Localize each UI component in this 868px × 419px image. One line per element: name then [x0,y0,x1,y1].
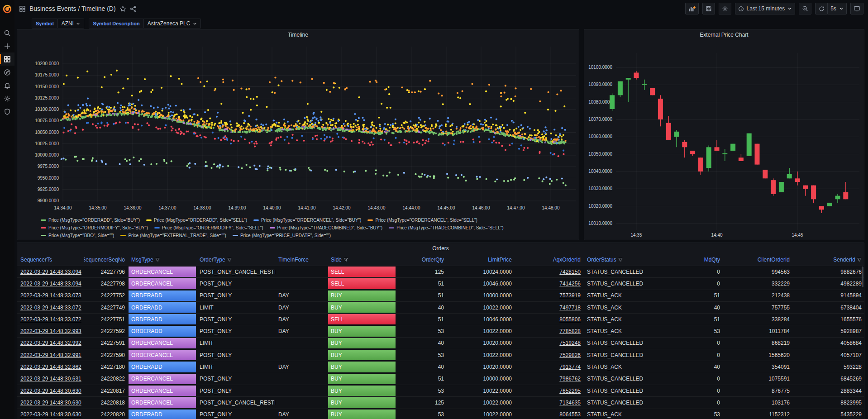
aqxorderid-link[interactable]: 8064553 [559,411,581,418]
sequencerts-link[interactable]: 2022-03-29 14:48:33.094 [20,269,81,275]
column-header-msgtype[interactable]: MsgType [128,254,196,266]
column-header-sequencerseqno[interactable]: SequencerSeqNo [84,254,128,266]
y-axis-label: 10010.0000 [588,221,612,226]
x-axis-label: 14:43:00 [368,205,386,210]
aqxorderid-link[interactable]: 7497718 [559,305,581,311]
sidebar-item-configuration[interactable] [0,92,14,105]
filter-icon[interactable] [343,257,348,262]
cell-clientorderid: 876775 [723,385,793,396]
aqxorderid-link[interactable]: 7134635 [559,400,581,406]
symbol-description-dropdown[interactable]: AstraZeneca PLC [144,19,201,29]
aqxorderid-link[interactable]: 7414256 [559,281,581,287]
timeline-legend: Price (MsgType="ORDERADD", Side="BUY")Pr… [17,216,579,239]
dashboard-settings-button[interactable] [719,3,731,14]
sequencerts-link[interactable]: 2022-03-29 14:48:32.993 [20,328,81,334]
column-header-senderid[interactable]: SenderId [793,254,865,266]
legend-item-bbo[interactable]: Price (MsgType="BBO", Side="") [41,232,114,239]
panel-title-orders[interactable]: Orders [17,243,864,254]
zoom-out-button[interactable] [799,3,811,14]
y-axis-label: 10030.0000 [588,186,612,191]
legend-item-price-update[interactable]: Price (MsgType="PRICE_UPDATE", Side="") [233,232,331,239]
sidebar-item-create[interactable] [0,39,14,52]
time-range-picker[interactable]: Last 15 minutes [735,3,796,14]
msgtype-badge: ORDERCANCEL [129,278,196,289]
grafana-logo-icon[interactable] [0,0,14,18]
legend-item-tradecombined-sell[interactable]: Price (MsgType="TRADECOMBINED", Side="SE… [389,224,504,231]
sidebar-item-search[interactable] [0,26,14,39]
sequencerts-link[interactable]: 2022-03-29 14:48:33.072 [20,305,81,311]
dashboard-grid-icon[interactable] [19,5,26,12]
legend-item-tradecombined-buy[interactable]: Price (MsgType="TRADECOMBINED", Side="BU… [270,224,383,231]
filter-icon[interactable] [618,257,623,262]
legend-item-orderadd-buy[interactable]: Price (MsgType="ORDERADD", Side="BUY") [41,217,140,224]
panel-title-external-price-chart[interactable]: External Price Chart [584,29,864,40]
sequencerts-link[interactable]: 2022-03-29 14:48:30.630 [20,411,81,418]
candlestick-chart[interactable]: 10100.000010090.000010080.000010070.0000… [584,40,864,239]
sidebar-item-server-admin[interactable] [0,105,14,118]
star-icon[interactable] [119,5,126,12]
cell-orderstatus: STATUS_CANCELLED [584,397,660,408]
aqxorderid-link[interactable]: 7519248 [559,340,581,346]
add-panel-button[interactable] [685,3,699,14]
cell-sequencerts: 2022-03-29 14:48:30.630 [17,385,84,396]
legend-item-external-trade[interactable]: Price (MsgType="EXTERNAL_TRADE", Side=""… [120,232,226,239]
aqxorderid-link[interactable]: 7428150 [559,269,581,275]
sequencerts-link[interactable]: 2022-03-29 14:48:33.073 [20,292,81,299]
filter-icon[interactable] [227,257,232,262]
sidebar-item-alerting[interactable] [0,79,14,92]
sequencerts-link[interactable]: 2022-03-29 14:48:33.094 [20,281,81,287]
sequencerts-link[interactable]: 2022-03-29 14:48:33.072 [20,316,81,323]
msgtype-badge: ORDERCANCEL [129,397,196,408]
table-scrollbar[interactable] [862,267,863,287]
sequencerts-link[interactable]: 2022-03-29 14:48:30.630 [20,388,81,394]
aqxorderid-link[interactable]: 7652295 [559,388,581,394]
column-header-sequencerts[interactable]: SequencerTs [17,254,84,266]
column-header-orderstatus[interactable]: OrderStatus [584,254,660,266]
legend-label: Price (MsgType="ORDERADD", Side="BUY") [48,218,140,223]
column-header-ordertype[interactable]: OrderType [196,254,275,266]
legend-item-ordermodify-sell[interactable]: Price (MsgType="ORDERMODIFY", Side="SELL… [154,224,263,231]
sequencerts-link[interactable]: 2022-03-29 14:48:30.631 [20,376,81,382]
refresh-button[interactable] [815,3,828,14]
table-row: 2022-03-29 14:48:30.63124220822ORDERCANC… [17,373,864,385]
column-header-limitprice[interactable]: LimitPrice [447,254,515,266]
legend-item-ordermodify-buy[interactable]: Price (MsgType="ORDERMODIFY", Side="BUY"… [41,224,148,231]
aqxorderid-link[interactable]: 7529826 [559,352,581,358]
legend-item-orderadd-sell[interactable]: Price (MsgType="ORDERADD", Side="SELL") [146,217,247,224]
dashboard-title[interactable]: Business Events / Timeline (D) [29,5,116,12]
column-header-side[interactable]: Side [328,254,396,266]
cell-ordertype: LIMIT [196,361,275,372]
column-header-mdqty[interactable]: MdQty [660,254,723,266]
timeline-scatter-chart[interactable]: 10200.000010175.000010150.000010125.0000… [17,40,579,214]
column-header-clientorderid[interactable]: ClientOrderId [723,254,793,266]
column-header-timeinforce[interactable]: TimeInForce [275,254,328,266]
refresh-interval-dropdown[interactable]: 5s [828,3,847,14]
sequencerts-link[interactable]: 2022-03-29 14:48:32.991 [20,352,81,358]
sidebar-item-explore[interactable] [0,66,14,79]
chevron-down-icon [76,22,80,26]
aqxorderid-link[interactable]: 7785828 [559,328,581,334]
aqxorderid-link[interactable]: 7913774 [559,364,581,370]
panel-title-timeline[interactable]: Timeline [17,29,579,40]
sequencerts-link[interactable]: 2022-03-29 14:48:32.862 [20,364,81,370]
symbol-dropdown[interactable]: AZNl [58,19,85,29]
aqxorderid-link[interactable]: 8055806 [559,316,581,323]
cycle-view-mode-button[interactable] [850,3,863,14]
sequencerts-link[interactable]: 2022-03-29 14:48:32.992 [20,340,81,346]
column-header-aqxorderid[interactable]: AqxOrderId [515,254,584,266]
legend-item-ordercancel-sell[interactable]: Price (MsgType="ORDERCANCEL", Side="SELL… [367,217,477,224]
filter-icon[interactable] [155,257,160,262]
side-badge: BUY [328,374,396,384]
side-badge: BUY [328,350,396,360]
filter-icon[interactable] [857,257,862,262]
aqxorderid-link[interactable]: 7986762 [559,376,581,382]
column-header-orderqty[interactable]: OrderQty [396,254,447,266]
x-axis-label: 14:38:00 [194,205,211,210]
save-dashboard-button[interactable] [702,3,715,14]
aqxorderid-link[interactable]: 7573919 [559,292,581,299]
sidebar-item-dashboards[interactable] [0,52,14,66]
cell-side: BUY [328,302,396,313]
legend-item-ordercancel-buy[interactable]: Price (MsgType="ORDERCANCEL", Side="BUY"… [253,217,361,224]
sequencerts-link[interactable]: 2022-03-29 14:48:30.630 [20,400,81,406]
share-icon[interactable] [130,5,137,12]
